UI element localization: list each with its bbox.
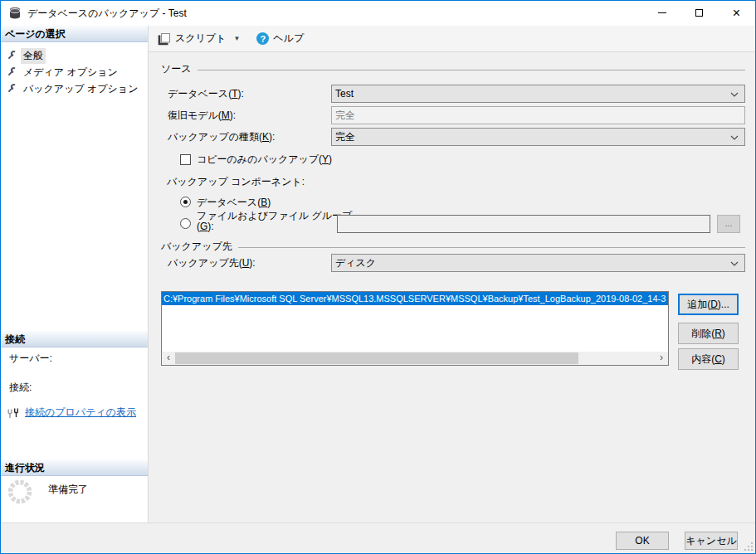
copy-only-checkbox[interactable] — [180, 154, 191, 165]
script-label: スクリプト — [175, 32, 226, 46]
connection-properties-icon — [7, 406, 21, 420]
close-icon: × — [733, 6, 740, 21]
wrench-icon — [6, 66, 17, 78]
page-select-header: ページの選択 — [1, 26, 148, 42]
recovery-model-value: 完全 — [335, 109, 355, 121]
help-icon: ? — [256, 32, 269, 45]
destination-value: ディスク — [335, 257, 376, 269]
copy-only-label[interactable]: コピーのみのバックアップ(Y) — [197, 153, 332, 167]
horizontal-scrollbar[interactable]: ‹ › — [162, 352, 668, 365]
minimize-icon — [658, 12, 666, 13]
sidebar-item-general[interactable]: 全般 — [6, 47, 46, 64]
contents-button[interactable]: 内容(C) — [678, 348, 739, 370]
help-label: ヘルプ — [273, 32, 304, 46]
scroll-right-icon[interactable]: › — [655, 352, 668, 365]
server-label: サーバー: — [9, 352, 52, 366]
destination-label: バックアップ先(U): — [168, 254, 256, 272]
sidebar-item-label: 全般 — [21, 48, 46, 64]
radio-files-filegroups[interactable] — [180, 218, 191, 229]
database-icon — [8, 7, 22, 20]
window-title: データベースのバックアップ - Test — [27, 1, 187, 26]
recovery-model-field: 完全 — [331, 106, 745, 124]
sidebar-item-media-options[interactable]: メディア オプション — [6, 64, 120, 80]
database-value: Test — [335, 88, 354, 100]
help-button[interactable]: ? ヘルプ — [252, 29, 308, 48]
sidebar: ページの選択 全般 メディア オプション — [1, 26, 149, 522]
general-page: ソース データベース(T): Test 復旧モデル(M): 完全 バックアップの… — [149, 52, 755, 522]
wrench-icon — [6, 83, 17, 95]
radio-database[interactable] — [180, 197, 191, 207]
destination-combobox[interactable]: ディスク — [331, 254, 745, 272]
radio-files-label-line1[interactable]: ファイルおよびファイル グループ — [197, 209, 352, 223]
ok-button[interactable]: OK — [616, 532, 669, 550]
scrollbar-thumb[interactable] — [175, 352, 578, 364]
scroll-left-icon[interactable]: ‹ — [162, 352, 175, 365]
database-combobox[interactable]: Test — [331, 85, 745, 103]
script-dropdown-icon[interactable]: ▼ — [233, 35, 240, 42]
scrollbar-track[interactable] — [175, 352, 655, 365]
backup-path-item[interactable]: C:¥Program Files¥Microsoft SQL Server¥MS… — [162, 292, 668, 305]
database-label: データベース(T): — [168, 85, 244, 103]
chevron-down-icon — [730, 135, 739, 140]
view-connection-properties-link[interactable]: 接続のプロパティの表示 — [25, 406, 136, 420]
backup-type-value: 完全 — [335, 131, 355, 143]
progress-status: 準備完了 — [48, 483, 88, 497]
chevron-down-icon — [730, 92, 739, 97]
backup-type-label: バックアップの種類(K): — [168, 128, 275, 146]
connection-label: 接続: — [9, 381, 32, 395]
backup-path-listbox[interactable]: C:¥Program Files¥Microsoft SQL Server¥MS… — [161, 291, 669, 366]
progress-spinner-icon — [7, 479, 33, 505]
maximize-button[interactable] — [680, 1, 718, 25]
files-filegroups-field — [337, 215, 710, 233]
chevron-down-icon — [730, 261, 739, 266]
radio-files-label-line2[interactable]: (G): — [197, 221, 214, 232]
sidebar-item-label: バックアップ オプション — [21, 81, 140, 97]
wrench-icon — [6, 50, 17, 61]
progress-header: 進行状況 — [1, 459, 148, 476]
close-button[interactable]: × — [718, 1, 755, 25]
radio-database-label[interactable]: データベース(B) — [197, 196, 271, 210]
recovery-model-label: 復旧モデル(M): — [168, 106, 236, 124]
window-controls: × — [643, 1, 755, 25]
backup-database-dialog: データベースのバックアップ - Test × ページの選択 全般 — [0, 0, 756, 554]
footer-bar: OK キャンセル — [1, 522, 755, 553]
sidebar-item-backup-options[interactable]: バックアップ オプション — [6, 80, 140, 97]
resize-grip-icon[interactable] — [744, 542, 753, 551]
minimize-button[interactable] — [643, 1, 680, 25]
sidebar-item-label: メディア オプション — [21, 65, 120, 80]
script-icon — [158, 32, 171, 46]
group-rule — [198, 70, 745, 70]
cancel-button[interactable]: キャンセル — [685, 532, 738, 550]
connection-header: 接続 — [1, 331, 148, 347]
group-rule — [238, 247, 745, 248]
toolbar: スクリプト ▼ ? ヘルプ — [149, 26, 755, 52]
remove-button[interactable]: 削除(R) — [678, 323, 739, 344]
browse-button[interactable]: ... — [717, 215, 740, 233]
source-group-title: ソース — [161, 62, 192, 76]
title-bar[interactable]: データベースのバックアップ - Test × — [1, 1, 755, 26]
backup-component-label: バックアップ コンポーネント: — [167, 175, 305, 189]
add-button[interactable]: 追加(D)... — [678, 294, 739, 315]
script-button[interactable]: スクリプト ▼ — [154, 29, 244, 48]
maximize-icon — [695, 9, 703, 17]
backup-type-combobox[interactable]: 完全 — [331, 128, 745, 146]
destination-group-title: バックアップ先 — [161, 240, 232, 254]
